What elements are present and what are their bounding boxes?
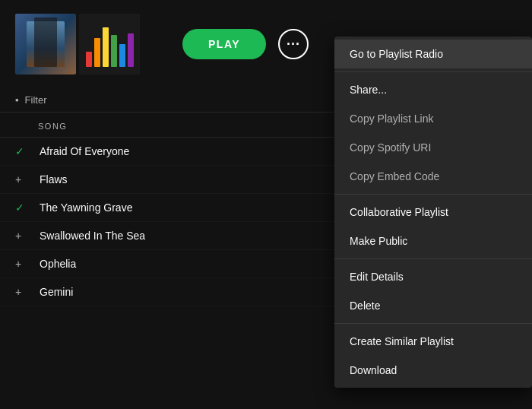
song-title-4: Swallowed In The Sea bbox=[40, 230, 145, 242]
album-art-1 bbox=[15, 14, 76, 75]
menu-item-copy-playlist-link[interactable]: Copy Playlist Link bbox=[334, 104, 532, 133]
song-plus-icon-6: + bbox=[15, 286, 33, 298]
menu-item-download[interactable]: Download bbox=[334, 356, 532, 385]
top-bar: PLAY ··· Go to Playlist Radio Share... C… bbox=[0, 0, 532, 88]
album-art-2 bbox=[79, 14, 140, 75]
bar-orange bbox=[94, 38, 100, 67]
song-title-5: Ophelia bbox=[40, 258, 76, 270]
song-title-3: The Yawning Grave bbox=[40, 201, 132, 214]
divider-1 bbox=[334, 71, 532, 72]
song-title-2: Flaws bbox=[40, 173, 68, 185]
divider-4 bbox=[334, 323, 532, 324]
song-title-6: Gemini bbox=[40, 286, 73, 298]
filter-label: Filter bbox=[25, 94, 47, 106]
bar-red bbox=[86, 52, 92, 67]
menu-item-create-similar-playlist[interactable]: Create Similar Playlist bbox=[334, 327, 532, 356]
menu-item-share[interactable]: Share... bbox=[334, 75, 532, 104]
song-plus-icon-2: + bbox=[15, 173, 33, 185]
menu-item-copy-embed-code[interactable]: Copy Embed Code bbox=[334, 162, 532, 191]
album-art-container bbox=[15, 14, 140, 75]
menu-item-go-to-playlist-radio[interactable]: Go to Playlist Radio bbox=[334, 40, 532, 68]
menu-item-collaborative-playlist[interactable]: Collaborative Playlist bbox=[334, 198, 532, 227]
filter-icon: ▪ bbox=[15, 94, 19, 106]
bar-green bbox=[111, 35, 117, 67]
bar-blue bbox=[119, 44, 125, 67]
song-check-icon-1: ✓ bbox=[15, 145, 33, 157]
bar-purple bbox=[128, 33, 134, 67]
play-button[interactable]: PLAY bbox=[182, 29, 266, 59]
song-check-icon-3: ✓ bbox=[15, 201, 33, 214]
menu-item-delete[interactable]: Delete bbox=[334, 291, 532, 320]
song-plus-icon-5: + bbox=[15, 258, 33, 270]
song-plus-icon-4: + bbox=[15, 230, 33, 242]
menu-item-edit-details[interactable]: Edit Details bbox=[334, 262, 532, 291]
divider-2 bbox=[334, 194, 532, 195]
menu-item-copy-spotify-uri[interactable]: Copy Spotify URI bbox=[334, 133, 532, 162]
menu-item-make-public[interactable]: Make Public bbox=[334, 227, 532, 255]
song-title-1: Afraid Of Everyone bbox=[40, 145, 129, 157]
divider-3 bbox=[334, 258, 532, 259]
more-options-button[interactable]: ··· bbox=[278, 29, 309, 59]
color-bars bbox=[86, 21, 134, 67]
context-menu: Go to Playlist Radio Share... Copy Playl… bbox=[334, 36, 532, 388]
bar-yellow bbox=[103, 27, 109, 67]
